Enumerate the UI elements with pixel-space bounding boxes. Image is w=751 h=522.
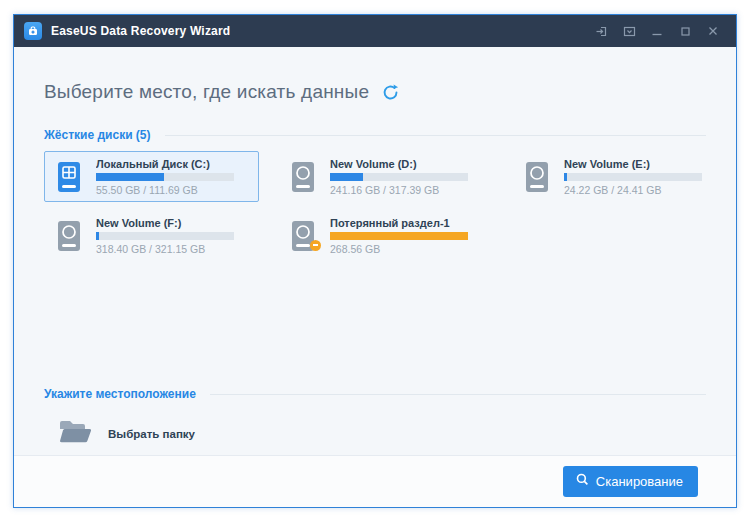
drive-size: 55.50 GB / 111.69 GB [96,184,248,196]
maximize-icon[interactable] [672,20,698,42]
drive-size: 268.56 GB [330,243,482,255]
drive-size: 318.40 GB / 321.15 GB [96,243,248,255]
scan-button[interactable]: Сканирование [563,466,698,497]
footer-bar: Сканирование [14,455,736,507]
drive-card-f[interactable]: New Volume (F:) 318.40 GB / 321.15 GB [44,210,259,261]
drive-icon [54,220,84,252]
hard-disks-section-header: Жёсткие диски (5) [44,128,706,142]
app-window: EaseUS Data Recovery Wizard Выберите мес… [13,14,737,508]
capacity-bar [96,173,234,181]
drive-name: Локальный Диск (C:) [96,158,248,170]
drive-name: New Volume (D:) [330,158,482,170]
section-divider [165,135,706,136]
section-divider [210,394,706,395]
drive-icon [288,161,318,193]
drive-card-c[interactable]: Локальный Диск (C:) 55.50 GB / 111.69 GB [44,151,259,202]
capacity-bar [330,232,468,240]
page-title: Выберите место, где искать данные [44,81,369,103]
select-folder-button[interactable]: Выбрать папку [58,419,195,449]
open-folder-icon [58,419,92,449]
search-icon [576,473,589,489]
drive-name: Потерянный раздел-1 [330,217,482,229]
lost-partition-drive-icon [288,220,318,252]
content-area: Выберите место, где искать данные Жёстки… [14,47,736,455]
location-section-header: Укажите местоположение [44,387,706,401]
drive-size: 24.22 GB / 24.41 GB [564,184,716,196]
capacity-bar [96,232,234,240]
page-heading: Выберите место, где искать данные [44,81,706,103]
system-drive-icon [54,161,84,193]
hard-disks-label: Жёсткие диски (5) [44,128,151,142]
drive-grid: Локальный Диск (C:) 55.50 GB / 111.69 GB… [44,151,706,261]
drive-card-lost-partition[interactable]: Потерянный раздел-1 268.56 GB [278,210,493,261]
drive-name: New Volume (E:) [564,158,716,170]
select-folder-label: Выбрать папку [108,428,195,440]
capacity-bar [564,173,702,181]
sign-in-icon[interactable] [588,20,614,42]
location-label: Укажите местоположение [44,387,196,401]
refresh-icon[interactable] [381,83,400,102]
drive-card-d[interactable]: New Volume (D:) 241.16 GB / 317.39 GB [278,151,493,202]
lost-partition-badge-icon [310,240,321,251]
drive-name: New Volume (F:) [96,217,248,229]
drive-card-e[interactable]: New Volume (E:) 24.22 GB / 24.41 GB [512,151,727,202]
drive-icon [522,161,552,193]
window-title: EaseUS Data Recovery Wizard [51,24,230,38]
app-logo-icon [24,22,42,40]
scan-button-label: Сканирование [596,474,683,489]
menu-icon[interactable] [616,20,642,42]
capacity-bar [330,173,468,181]
drive-size: 241.16 GB / 317.39 GB [330,184,482,196]
titlebar[interactable]: EaseUS Data Recovery Wizard [14,15,736,47]
close-icon[interactable] [700,20,726,42]
minimize-icon[interactable] [644,20,670,42]
